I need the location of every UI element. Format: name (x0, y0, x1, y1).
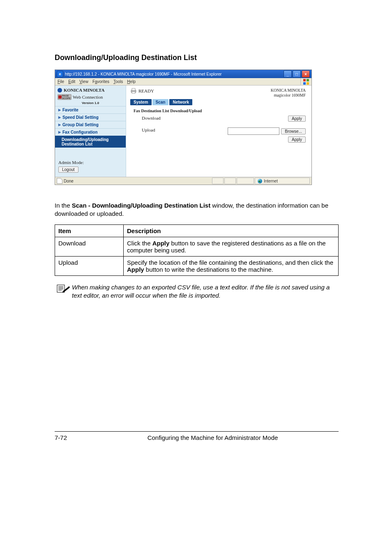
sidebar-item-download-upload[interactable]: Downloading/Uploading Destination List (55, 136, 126, 148)
globe-icon (258, 179, 262, 183)
version-label: Version 1.0 (55, 101, 126, 106)
svg-marker-12 (62, 287, 69, 293)
browser-window: e http://192.168.1.2 - KONICA MINOLTA ma… (55, 69, 312, 185)
upload-label: Upload (134, 127, 203, 132)
table-cell-item: Download (55, 237, 124, 256)
tab-system[interactable]: System (130, 99, 152, 105)
device-info: KONICA MINOLTA magicolor 1690MF (271, 88, 306, 98)
brand-name: KONICA MINOLTA (64, 88, 104, 92)
title-bar: e http://192.168.1.2 - KONICA MINOLTA ma… (55, 70, 311, 78)
svg-rect-1 (307, 79, 309, 81)
menu-favorites[interactable]: Favorites (92, 79, 109, 84)
table-header-item: Item (55, 224, 124, 237)
table-row: Download Click the Apply button to save … (55, 237, 339, 256)
menu-view[interactable]: View (79, 79, 88, 84)
intro-paragraph: In the Scan - Downloading/Uploading Dest… (55, 201, 339, 218)
table-row: Upload Specify the location of the file … (55, 256, 339, 275)
svg-rect-2 (303, 82, 306, 85)
download-apply-button[interactable]: Apply (288, 116, 306, 122)
menu-edit[interactable]: Edit (68, 79, 75, 84)
status-cell (212, 178, 224, 184)
svg-rect-6 (132, 92, 135, 93)
browse-button[interactable]: Browse... (281, 128, 306, 134)
download-row: Download Apply (134, 116, 306, 122)
chevron-right-icon: ▶ (58, 123, 61, 127)
status-ready: READY (138, 88, 154, 93)
sidebar: KONICA MINOLTA PAGESCOPE Web Connection … (55, 86, 126, 177)
menu-help[interactable]: Help (127, 79, 136, 84)
page-footer: 7-72 Configuring the Machine for Adminis… (55, 431, 339, 441)
table-header-description: Description (124, 224, 339, 237)
svg-rect-5 (132, 88, 135, 90)
brand-logo-icon (58, 88, 62, 92)
admin-mode-label: Admin Mode: (58, 160, 122, 165)
maximize-button[interactable]: □ (293, 70, 301, 78)
chevron-right-icon: ▶ (58, 108, 61, 112)
logout-button[interactable]: Logout (58, 166, 78, 173)
table-cell-description: Specify the location of the file contain… (124, 256, 339, 275)
page-number: 7-72 (55, 434, 87, 441)
close-button[interactable]: × (302, 70, 310, 78)
status-done: Done (64, 179, 74, 183)
menu-bar: File Edit View Favorites Tools Help (55, 78, 300, 85)
svg-rect-3 (307, 82, 309, 85)
section-title: Fax Destination List Download/Upload (134, 109, 306, 113)
upload-row: Upload Browse... Apply (134, 127, 306, 143)
sidebar-item-speed-dial[interactable]: ▶Speed Dial Setting (55, 113, 126, 121)
menu-file[interactable]: File (58, 79, 64, 84)
svg-rect-0 (303, 79, 306, 81)
printer-icon (130, 88, 137, 94)
status-cell (237, 178, 254, 184)
page-icon (57, 178, 62, 184)
chevron-right-icon: ▶ (58, 116, 61, 119)
sidebar-item-favorite[interactable]: ▶Favorite (55, 106, 126, 113)
upload-apply-button[interactable]: Apply (288, 136, 306, 143)
menu-tools[interactable]: Tools (113, 79, 123, 84)
tab-scan[interactable]: Scan (152, 99, 169, 105)
ie-icon: e (57, 71, 63, 77)
status-bar: Done Internet (55, 177, 311, 185)
status-cell (224, 178, 236, 184)
status-zone: Internet (255, 178, 310, 184)
web-connection-label: Web Connection (73, 95, 103, 99)
note-text: When making changes to an exported CSV f… (72, 283, 339, 300)
main-panel: READY KONICA MINOLTA magicolor 1690MF Sy… (126, 86, 311, 177)
footer-text: Configuring the Machine for Administrato… (87, 434, 339, 441)
description-table: Item Description Download Click the Appl… (55, 224, 339, 276)
window-title: http://192.168.1.2 - KONICA MINOLTA magi… (65, 72, 284, 76)
sidebar-item-fax-config[interactable]: ▶Fax Configuration (55, 128, 126, 136)
minimize-button[interactable]: _ (284, 70, 292, 78)
tab-network[interactable]: Network (169, 99, 192, 105)
upload-file-input[interactable] (228, 127, 279, 135)
page-heading: Downloading/Uploading Destination List (55, 53, 339, 62)
pagescope-badge-icon: PAGESCOPE (58, 94, 71, 100)
chevron-right-icon: ▶ (58, 130, 61, 134)
note-icon (55, 283, 72, 295)
sidebar-item-group-dial[interactable]: ▶Group Dial Setting (55, 121, 126, 128)
table-cell-description: Click the Apply button to save the regis… (124, 237, 339, 256)
download-label: Download (134, 116, 203, 120)
table-cell-item: Upload (55, 256, 124, 275)
windows-flag-icon (300, 78, 311, 85)
